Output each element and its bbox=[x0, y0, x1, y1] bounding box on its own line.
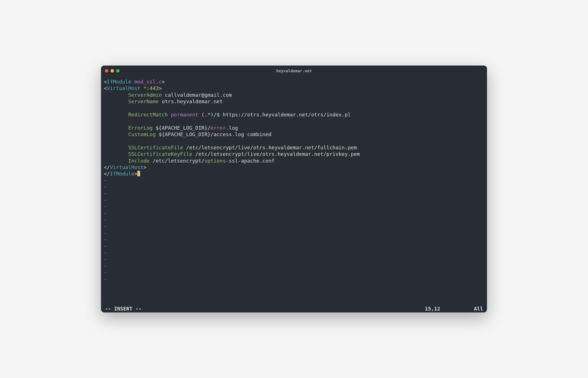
code-segment: options bbox=[205, 158, 226, 164]
code-line: ServerAdmin callvaldemar@gmail.com bbox=[104, 92, 484, 98]
code-segment bbox=[104, 125, 128, 131]
empty-line-tilde: ~ bbox=[104, 184, 484, 190]
code-line bbox=[104, 118, 484, 124]
code-line: </IfModule> bbox=[104, 170, 484, 177]
code-line: SSLCertificateFile /etc/letsencrypt/live… bbox=[104, 144, 484, 151]
code-line bbox=[104, 105, 484, 111]
window-title: heyvaldemar.net bbox=[101, 69, 487, 73]
code-segment bbox=[104, 145, 128, 150]
code-line: SSLCertificateKeyFile /etc/letsencrypt/l… bbox=[104, 151, 484, 157]
close-button[interactable] bbox=[105, 69, 108, 73]
code-line bbox=[104, 138, 484, 144]
empty-line-tilde: ~ bbox=[104, 276, 484, 282]
traffic-lights bbox=[105, 69, 120, 73]
title-bar: heyvaldemar.net bbox=[101, 66, 487, 76]
code-segment bbox=[104, 98, 128, 104]
empty-line-tilde: ~ bbox=[104, 177, 484, 184]
code-segment: > bbox=[159, 85, 162, 91]
minimize-button[interactable] bbox=[111, 69, 114, 73]
vim-mode-indicator: -- INSERT -- bbox=[105, 306, 142, 312]
cursor bbox=[137, 171, 140, 176]
code-segment: error bbox=[210, 125, 226, 131]
empty-line-tilde: ~ bbox=[104, 256, 484, 263]
code-segment: < bbox=[104, 85, 107, 91]
code-line: ErrorLog ${APACHE_LOG_DIR}/error.log bbox=[104, 125, 484, 131]
empty-line-tilde: ~ bbox=[104, 236, 484, 243]
code-segment: IfModule bbox=[110, 171, 134, 177]
code-segment: < bbox=[104, 79, 107, 85]
vim-status-bar: -- INSERT -- 15,12 All bbox=[101, 305, 487, 312]
code-segment: ServerName bbox=[128, 98, 159, 104]
empty-line-tilde: ~ bbox=[104, 269, 484, 276]
code-line: <VirtualHost *:443> bbox=[104, 85, 484, 91]
empty-line-tilde: ~ bbox=[104, 263, 484, 269]
code-segment: *:443 bbox=[143, 85, 159, 91]
code-segment: ErrorLog bbox=[128, 125, 153, 131]
code-segment bbox=[131, 79, 134, 85]
code-segment: callvaldemar@gmail.com bbox=[162, 92, 232, 98]
code-segment: otrs.heyvaldemar.net bbox=[159, 98, 223, 104]
code-segment: .log bbox=[226, 125, 238, 131]
code-line: </VirtualHost> bbox=[104, 164, 484, 170]
code-line: RedirectMatch permanent (.*)/$ https://o… bbox=[104, 111, 484, 118]
empty-line-tilde: ~ bbox=[104, 243, 484, 249]
empty-line-tilde: ~ bbox=[104, 223, 484, 230]
code-segment bbox=[140, 85, 143, 91]
code-segment: CustomLog bbox=[128, 131, 156, 137]
code-segment: permanent bbox=[171, 112, 198, 118]
code-line: Include /etc/letsencrypt/options-ssl-apa… bbox=[104, 158, 484, 164]
code-segment: </ bbox=[104, 164, 110, 170]
code-segment: /etc/letsencrypt/live/otrs.heyvaldemar.n… bbox=[183, 145, 357, 150]
empty-line-tilde: ~ bbox=[104, 203, 484, 210]
code-segment bbox=[104, 92, 128, 98]
code-segment: IfModule bbox=[107, 79, 131, 85]
maximize-button[interactable] bbox=[116, 69, 120, 73]
code-segment: ${APACHE_LOG_DIR}/access.log combined bbox=[156, 131, 271, 137]
code-segment: SSLCertificateFile bbox=[128, 145, 183, 150]
code-segment bbox=[104, 151, 128, 157]
scroll-position: All bbox=[474, 306, 483, 312]
code-segment: ServerAdmin bbox=[128, 92, 162, 98]
code-segment: SSLCertificateKeyFile bbox=[128, 151, 192, 157]
empty-line-tilde: ~ bbox=[104, 190, 484, 197]
code-segment: > bbox=[143, 164, 147, 170]
terminal-window: heyvaldemar.net <IfModule mod_ssl.c><Vir… bbox=[101, 66, 487, 312]
empty-line-tilde: ~ bbox=[104, 249, 484, 256]
empty-line-tilde: ~ bbox=[104, 217, 484, 223]
code-segment: -ssl-apache.conf bbox=[226, 158, 275, 164]
code-line: ServerName otrs.heyvaldemar.net bbox=[104, 98, 484, 105]
code-segment bbox=[104, 131, 128, 137]
editor-content[interactable]: <IfModule mod_ssl.c><VirtualHost *:443> … bbox=[101, 76, 487, 305]
code-segment: mod_ssl.c bbox=[134, 79, 162, 85]
cursor-position: 15,12 bbox=[425, 306, 440, 312]
code-segment: ${APACHE_LOG_DIR}/ bbox=[152, 125, 210, 131]
code-segment: > bbox=[134, 171, 137, 177]
code-line: CustomLog ${APACHE_LOG_DIR}/access.log c… bbox=[104, 131, 484, 138]
code-segment bbox=[168, 112, 171, 118]
code-segment: > bbox=[162, 79, 165, 85]
code-line: <IfModule mod_ssl.c> bbox=[104, 78, 484, 85]
code-segment: RedirectMatch bbox=[128, 112, 168, 118]
empty-line-tilde: ~ bbox=[104, 197, 484, 203]
empty-line-tilde: ~ bbox=[104, 230, 484, 236]
code-segment: VirtualHost bbox=[110, 164, 143, 170]
code-segment: /etc/letsencrypt/ bbox=[150, 158, 205, 164]
code-segment: (.*)/$ https://otrs.heyvaldemar.net/otrs… bbox=[198, 112, 351, 118]
code-segment: VirtualHost bbox=[107, 85, 140, 91]
code-segment: </ bbox=[104, 171, 110, 177]
code-segment: Include bbox=[128, 158, 150, 164]
code-segment bbox=[104, 158, 128, 164]
code-segment: /etc/letsencrypt/live/otrs.heyvaldemar.n… bbox=[192, 151, 360, 157]
code-segment bbox=[104, 112, 128, 118]
empty-line-tilde: ~ bbox=[104, 210, 484, 217]
